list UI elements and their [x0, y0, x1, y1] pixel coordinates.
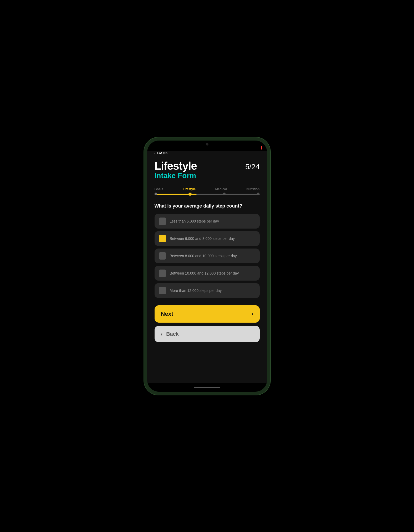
next-button-chevron-icon: › — [251, 311, 253, 317]
back-nav-chevron-icon: ‹ — [155, 151, 156, 155]
home-bar — [194, 387, 220, 388]
back-button-chevron-icon: ‹ — [161, 331, 163, 337]
battery-indicator — [261, 146, 262, 149]
option-1[interactable]: Less than 6.000 steps per day — [155, 214, 260, 229]
option-2-checkbox — [159, 235, 166, 242]
progress-tabs: Goals Lifestyle Medical Nutrition — [155, 187, 260, 191]
back-button[interactable]: ‹ Back — [155, 326, 260, 342]
option-3[interactable]: Between 8.000 and 10.000 steps per day — [155, 249, 260, 263]
home-indicator — [147, 383, 267, 392]
back-nav-label: BACK — [157, 151, 168, 155]
next-button-label: Next — [161, 311, 173, 317]
tab-nutrition[interactable]: Nutrition — [246, 187, 259, 191]
option-2-label: Between 6.000 and 8.000 steps per day — [170, 236, 235, 241]
option-3-label: Between 8.000 and 10.000 steps per day — [170, 254, 237, 258]
back-button-label: Back — [166, 331, 179, 337]
option-4-checkbox — [159, 270, 166, 277]
progress-bar-track — [155, 194, 260, 195]
option-4[interactable]: Between 10.000 and 12.000 steps per day — [155, 266, 260, 281]
progress-counter: 5/24 — [245, 163, 260, 171]
page-title-main: Lifestyle — [155, 161, 197, 172]
option-3-checkbox — [159, 252, 166, 260]
camera — [206, 143, 208, 146]
progress-dot-2 — [188, 193, 192, 196]
screen-content: ‹ BACK Lifestyle Intake Form 5/24 Goals … — [147, 151, 267, 383]
option-5[interactable]: More than 12.000 steps per day — [155, 283, 260, 298]
tab-goals[interactable]: Goals — [155, 187, 163, 191]
header-row: Lifestyle Intake Form 5/24 — [155, 161, 260, 180]
option-4-label: Between 10.000 and 12.000 steps per day — [170, 271, 239, 275]
phone-screen: ‹ BACK Lifestyle Intake Form 5/24 Goals … — [147, 141, 267, 392]
header-titles: Lifestyle Intake Form — [155, 161, 197, 180]
page-title-sub: Intake Form — [155, 172, 197, 180]
progress-dot-1 — [155, 193, 157, 195]
phone-notch — [191, 141, 223, 148]
tab-medical[interactable]: Medical — [215, 187, 227, 191]
option-5-checkbox — [159, 287, 166, 294]
progress-dots — [155, 193, 260, 196]
option-1-label: Less than 6.000 steps per day — [170, 219, 219, 223]
option-5-label: More than 12.000 steps per day — [170, 288, 222, 293]
progress-section: Goals Lifestyle Medical Nutrition — [155, 187, 260, 195]
next-button[interactable]: Next › — [155, 305, 260, 323]
option-1-checkbox — [159, 218, 166, 225]
progress-dot-4 — [257, 193, 259, 195]
phone-frame: ‹ BACK Lifestyle Intake Form 5/24 Goals … — [144, 137, 270, 395]
progress-dot-3 — [223, 193, 226, 195]
back-nav[interactable]: ‹ BACK — [155, 151, 260, 155]
question-text: What is your average daily step count? — [155, 203, 260, 209]
option-2[interactable]: Between 6.000 and 8.000 steps per day — [155, 231, 260, 246]
options-list: Less than 6.000 steps per day Between 6.… — [155, 214, 260, 298]
tab-lifestyle[interactable]: Lifestyle — [183, 187, 196, 191]
